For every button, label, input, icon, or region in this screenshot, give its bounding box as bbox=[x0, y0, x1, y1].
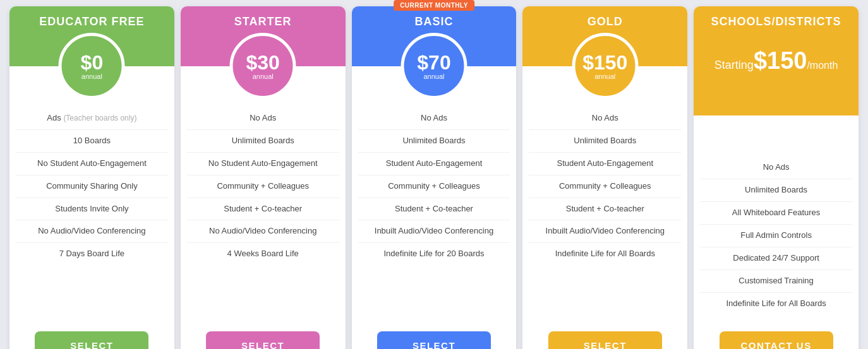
price-amount: $150 bbox=[582, 52, 627, 73]
feature-item: Indefinite Life for All Boards bbox=[529, 243, 681, 265]
feature-sub: (Teacher boards only) bbox=[63, 114, 136, 122]
feature-item: Community Sharing Only bbox=[16, 175, 168, 198]
price-amount: $0 bbox=[81, 52, 104, 73]
feature-item: All Whiteboard Features bbox=[700, 202, 852, 225]
feature-item: Student Auto-Engagement bbox=[529, 153, 681, 175]
schools-price-amount: $150 bbox=[754, 47, 807, 74]
feature-item: No Ads bbox=[358, 107, 510, 130]
gold-select-button[interactable]: SELECT bbox=[548, 331, 662, 349]
plan-title: EDUCATOR FREE bbox=[16, 15, 168, 28]
feature-item: Dedicated 24/7 Support bbox=[700, 247, 852, 270]
schools-price-period: /month bbox=[807, 60, 838, 71]
feature-item: No Audio/Video Conferencing bbox=[16, 220, 168, 243]
plan-title: SCHOOLS/DISTRICTS bbox=[700, 15, 852, 28]
feature-item: No Student Auto-Engagement bbox=[187, 153, 339, 175]
plan-header: STARTER $30 annual bbox=[181, 6, 346, 66]
price-circle: $70 annual bbox=[401, 33, 467, 99]
price-period: annual bbox=[423, 73, 444, 80]
price-period: annual bbox=[81, 73, 102, 80]
feature-item: 7 Days Board Life bbox=[16, 243, 168, 265]
schools-districts-select-button[interactable]: CONTACT US bbox=[720, 331, 833, 349]
plan-card-schools-districts: SCHOOLS/DISTRICTS Starting$150/month No … bbox=[694, 6, 859, 349]
feature-item: No Student Auto-Engagement bbox=[16, 153, 168, 175]
feature-item: Student + Co-teacher bbox=[529, 198, 681, 221]
plan-body: No AdsUnlimited BoardsStudent Auto-Engag… bbox=[522, 66, 687, 324]
feature-item: Customised Training bbox=[700, 270, 852, 293]
feature-item: Indefinite Life for All Boards bbox=[700, 293, 852, 315]
feature-item: Unlimited Boards bbox=[700, 179, 852, 202]
plan-header: BASIC $70 annual bbox=[352, 6, 517, 66]
plan-body: No AdsUnlimited BoardsAll Whiteboard Fea… bbox=[694, 115, 859, 324]
price-amount: $30 bbox=[246, 52, 279, 73]
feature-item: Ads (Teacher boards only) bbox=[16, 107, 168, 130]
price-period: annual bbox=[594, 73, 615, 80]
price-amount: $70 bbox=[417, 52, 450, 73]
feature-item: Community + Colleagues bbox=[187, 175, 339, 198]
plan-footer: SELECT bbox=[522, 324, 687, 349]
plan-body: Ads (Teacher boards only)10 BoardsNo Stu… bbox=[9, 66, 174, 324]
schools-price: Starting$150/month bbox=[700, 44, 852, 78]
plan-body: No AdsUnlimited BoardsStudent Auto-Engag… bbox=[352, 66, 517, 324]
feature-item: Inbuilt Audio/Video Conferencing bbox=[358, 220, 510, 243]
price-circle: $30 annual bbox=[230, 33, 296, 99]
plan-footer: SELECT bbox=[352, 324, 517, 349]
plan-title: STARTER bbox=[187, 15, 339, 28]
plan-header: SCHOOLS/DISTRICTS Starting$150/month bbox=[694, 6, 859, 115]
feature-item: No Ads bbox=[187, 107, 339, 130]
basic-select-button[interactable]: SELECT bbox=[377, 331, 491, 349]
feature-item: Full Admin Controls bbox=[700, 225, 852, 247]
feature-item: Community + Colleagues bbox=[358, 175, 510, 198]
plan-card-educator-free: EDUCATOR FREE $0 annual Ads (Teacher boa… bbox=[9, 6, 174, 349]
price-circle: $0 annual bbox=[59, 33, 125, 99]
feature-item: Community + Colleagues bbox=[529, 175, 681, 198]
feature-item: Unlimited Boards bbox=[529, 130, 681, 153]
feature-item: 4 Weeks Board Life bbox=[187, 243, 339, 265]
schools-price-prefix: Starting bbox=[714, 59, 754, 71]
plan-footer: SELECT bbox=[181, 324, 346, 349]
plan-header: EDUCATOR FREE $0 annual bbox=[9, 6, 174, 66]
pricing-container: EDUCATOR FREE $0 annual Ads (Teacher boa… bbox=[6, 6, 862, 349]
feature-item: Indefinite Life for 20 Boards bbox=[358, 243, 510, 265]
plan-footer: SELECT bbox=[9, 324, 174, 349]
plan-body: No AdsUnlimited BoardsNo Student Auto-En… bbox=[181, 66, 346, 324]
price-period: annual bbox=[253, 73, 274, 80]
plan-title: GOLD bbox=[529, 15, 681, 28]
feature-item: No Audio/Video Conferencing bbox=[187, 220, 339, 243]
feature-item: No Ads bbox=[700, 157, 852, 179]
feature-item: Unlimited Boards bbox=[187, 130, 339, 153]
plan-card-gold: GOLD $150 annual No AdsUnlimited BoardsS… bbox=[522, 6, 687, 349]
feature-item: Student + Co-teacher bbox=[187, 198, 339, 221]
feature-item: Inbuilt Audio/Video Conferencing bbox=[529, 220, 681, 243]
starter-select-button[interactable]: SELECT bbox=[206, 331, 320, 349]
plan-card-basic: CURRENT MONTHLY BASIC $70 annual No AdsU… bbox=[352, 6, 517, 349]
plan-title: BASIC bbox=[358, 15, 510, 28]
feature-item: Unlimited Boards bbox=[358, 130, 510, 153]
feature-item: Student Auto-Engagement bbox=[358, 153, 510, 175]
feature-item: Students Invite Only bbox=[16, 198, 168, 221]
educator-free-select-button[interactable]: SELECT bbox=[35, 331, 148, 349]
plan-header: GOLD $150 annual bbox=[522, 6, 687, 66]
plan-footer: CONTACT US bbox=[694, 324, 859, 349]
feature-item: No Ads bbox=[529, 107, 681, 130]
plan-card-starter: STARTER $30 annual No AdsUnlimited Board… bbox=[181, 6, 346, 349]
feature-item: Student + Co-teacher bbox=[358, 198, 510, 221]
feature-item: 10 Boards bbox=[16, 130, 168, 153]
price-circle: $150 annual bbox=[572, 33, 638, 99]
current-badge: CURRENT MONTHLY bbox=[394, 0, 474, 11]
